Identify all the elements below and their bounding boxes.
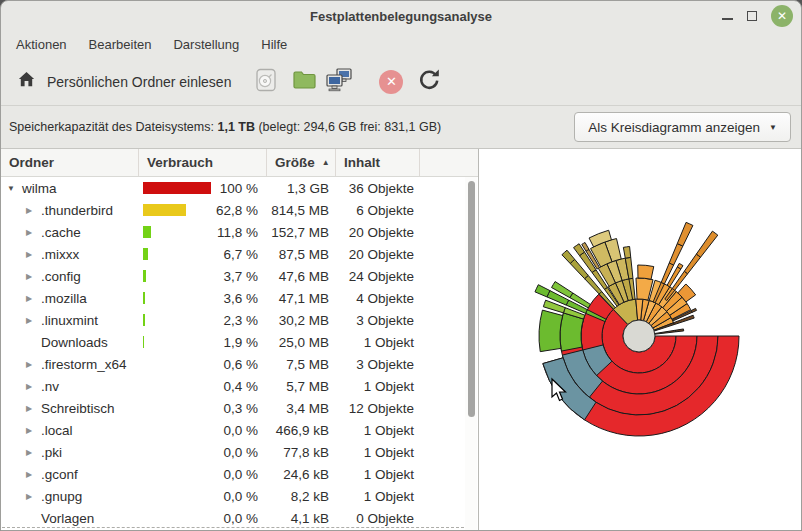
- folder-name: .firestorm_x64: [41, 357, 127, 372]
- expander-collapsed-icon[interactable]: ▶: [26, 470, 41, 479]
- contents-value: 36 Objekte: [335, 181, 419, 196]
- network-computers-icon: [324, 67, 354, 97]
- usage-percent: 11,8 %: [151, 225, 266, 240]
- table-row-.mixxx[interactable]: ▶.mixxx6,7 %87,5 MB20 Objekte: [1, 243, 478, 265]
- expander-collapsed-icon[interactable]: ▶: [26, 360, 41, 369]
- contents-value: 1 Objekt: [335, 467, 419, 482]
- ring-segment[interactable]: [691, 308, 696, 312]
- ring-segment[interactable]: [669, 244, 683, 265]
- scan-remote-button[interactable]: [324, 67, 354, 97]
- view-as-rings-chart-dropdown[interactable]: Als Kreisdiagramm anzeigen ▼: [574, 112, 791, 142]
- menu-darstellung[interactable]: Darstellung: [162, 34, 250, 55]
- close-button-icon[interactable]: ✕: [771, 5, 793, 27]
- expander-collapsed-icon[interactable]: ▶: [26, 492, 41, 501]
- stop-button[interactable]: ✕: [376, 67, 406, 97]
- infobar: Speicherkapazität des Dateisystems: 1,1 …: [1, 106, 801, 149]
- column-header-groesse[interactable]: Größe ▲: [266, 149, 335, 176]
- usage-percent: 3,6 %: [145, 291, 266, 306]
- rings-chart[interactable]: [479, 149, 801, 531]
- table-row-Downloads[interactable]: Downloads1,9 %25,0 MB1 Objekt: [1, 331, 478, 353]
- usage-percent: 62,8 %: [186, 203, 266, 218]
- usage-percent: 0,0 %: [138, 511, 266, 526]
- ring-segment[interactable]: [696, 231, 717, 257]
- ring-segment[interactable]: [677, 222, 693, 246]
- contents-value: 1 Objekt: [335, 423, 419, 438]
- expander-collapsed-icon[interactable]: ▶: [26, 294, 41, 303]
- table-header: Ordner Verbrauch Größe ▲ Inhalt: [1, 149, 478, 177]
- refresh-button[interactable]: [414, 67, 444, 97]
- vertical-scrollbar[interactable]: [465, 177, 477, 531]
- usage-percent: 0,0 %: [138, 467, 266, 482]
- menu-bearbeiten[interactable]: Bearbeiten: [78, 34, 163, 55]
- ring-segment[interactable]: [535, 285, 550, 297]
- column-header-ordner[interactable]: Ordner: [1, 149, 138, 176]
- table-row-.firestorm_x64[interactable]: ▶.firestorm_x640,6 %7,5 MB3 Objekte: [1, 353, 478, 375]
- menu-aktionen[interactable]: Aktionen: [5, 34, 78, 55]
- table-row-.thunderbird[interactable]: ▶.thunderbird62,8 %814,5 MB6 Objekte: [1, 199, 478, 221]
- contents-value: 3 Objekte: [335, 357, 419, 372]
- scrollbar-thumb[interactable]: [468, 181, 475, 417]
- expander-collapsed-icon[interactable]: ▶: [26, 250, 41, 259]
- expander-collapsed-icon[interactable]: ▶: [26, 272, 41, 281]
- scan-folder-button[interactable]: [289, 67, 319, 97]
- contents-value: 3 Objekte: [335, 313, 419, 328]
- scan-home-button[interactable]: Persönlichen Ordner einlesen: [11, 66, 237, 97]
- ring-segment[interactable]: [539, 310, 563, 352]
- expander-collapsed-icon[interactable]: ▶: [26, 448, 41, 457]
- size-value: 87,5 MB: [266, 247, 335, 262]
- table-row-.linuxmint[interactable]: ▶.linuxmint2,3 %30,2 MB3 Objekte: [1, 309, 478, 331]
- ring-segment[interactable]: [560, 313, 584, 351]
- contents-value: 20 Objekte: [335, 247, 419, 262]
- size-value: 152,7 MB: [266, 225, 335, 240]
- table-row-.cache[interactable]: ▶.cache11,8 %152,7 MB20 Objekte: [1, 221, 478, 243]
- chart-hub-root-folder[interactable]: [623, 320, 655, 352]
- expander-collapsed-icon[interactable]: ▶: [26, 382, 41, 391]
- ring-segment[interactable]: [638, 265, 654, 279]
- expander-expanded-icon[interactable]: ▼: [7, 184, 22, 193]
- menubar: AktionenBearbeitenDarstellungHilfe: [1, 31, 801, 58]
- ring-segment[interactable]: [562, 250, 575, 263]
- size-value: 25,0 MB: [266, 335, 335, 350]
- expander-collapsed-icon[interactable]: ▶: [26, 228, 41, 237]
- contents-value: 1 Objekt: [335, 379, 419, 394]
- usage-percent: 100 %: [211, 181, 266, 196]
- table-row-.local[interactable]: ▶.local0,0 %466,9 kB1 Objekt: [1, 419, 478, 441]
- titlebar[interactable]: Festplattenbelegungsanalyse ✕: [1, 1, 801, 31]
- sort-ascending-icon: ▲: [322, 158, 330, 167]
- expander-collapsed-icon[interactable]: ▶: [26, 206, 41, 215]
- table-row-.mozilla[interactable]: ▶.mozilla3,6 %47,1 MB4 Objekte: [1, 287, 478, 309]
- table-row-.gnupg[interactable]: ▶.gnupg0,0 %8,2 kB1 Objekt: [1, 485, 478, 507]
- size-value: 30,2 MB: [266, 313, 335, 328]
- scan-filesystem-button[interactable]: [251, 67, 281, 97]
- ring-segment[interactable]: [676, 329, 684, 332]
- column-header-verbrauch[interactable]: Verbrauch: [138, 149, 266, 176]
- usage-percent: 0,0 %: [138, 489, 266, 504]
- size-value: 24,6 kB: [266, 467, 335, 482]
- expander-collapsed-icon[interactable]: ▶: [26, 316, 41, 325]
- size-value: 4,1 kB: [266, 511, 335, 526]
- window-controls: ✕: [722, 1, 793, 31]
- table-row-.gconf[interactable]: ▶.gconf0,0 %24,6 kB1 Objekt: [1, 463, 478, 485]
- table-row-Vorlagen[interactable]: Vorlagen0,0 %4,1 kB0 Objekte: [1, 507, 478, 529]
- table-row-.config[interactable]: ▶.config3,7 %47,6 MB24 Objekte: [1, 265, 478, 287]
- table-row-.pki[interactable]: ▶.pki0,0 %77,8 kB1 Objekt: [1, 441, 478, 463]
- column-header-inhalt[interactable]: Inhalt: [335, 149, 419, 176]
- usage-percent: 0,3 %: [138, 401, 266, 416]
- scan-home-label: Persönlichen Ordner einlesen: [47, 74, 231, 90]
- ring-segment[interactable]: [655, 330, 676, 334]
- menu-hilfe[interactable]: Hilfe: [250, 34, 298, 55]
- folder-name: .mozilla: [41, 291, 87, 306]
- rings-chart-pane[interactable]: [479, 149, 801, 531]
- app-window: Festplattenbelegungsanalyse ✕ AktionenBe…: [0, 0, 802, 531]
- minimize-button-icon[interactable]: [722, 18, 733, 20]
- expander-collapsed-icon[interactable]: ▶: [26, 426, 41, 435]
- window-title: Festplattenbelegungsanalyse: [310, 9, 492, 24]
- maximize-button-icon[interactable]: [747, 11, 757, 21]
- table-row-.nv[interactable]: ▶.nv0,4 %5,7 MB1 Objekt: [1, 375, 478, 397]
- table-row-wilma[interactable]: ▼wilma100 %1,3 GB36 Objekte: [1, 177, 478, 199]
- ring-segment[interactable]: [684, 254, 700, 274]
- table-row-Schreibtisch[interactable]: ▶Schreibtisch0,3 %3,4 MB12 Objekte: [1, 397, 478, 419]
- contents-value: 1 Objekt: [335, 445, 419, 460]
- ring-segment[interactable]: [623, 246, 630, 258]
- expander-collapsed-icon[interactable]: ▶: [26, 404, 41, 413]
